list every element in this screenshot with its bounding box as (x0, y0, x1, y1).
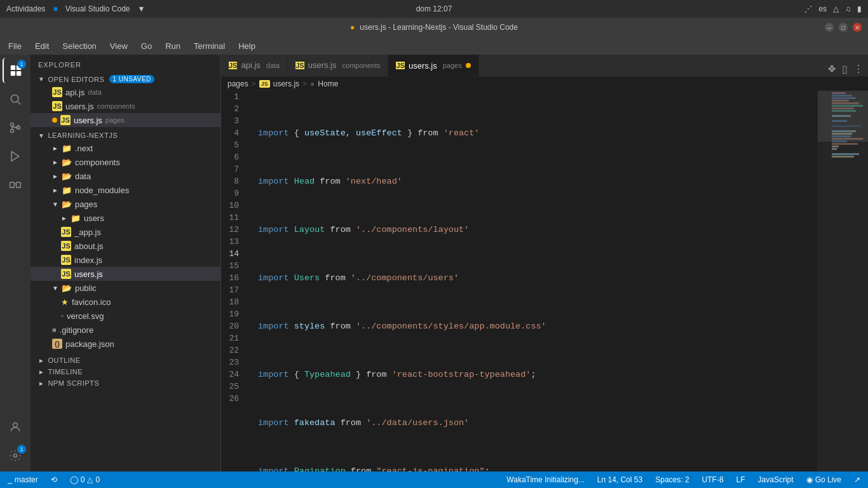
ln-9: 9 (221, 187, 245, 200)
menu-edit[interactable]: Edit (30, 39, 54, 53)
more-actions-button[interactable]: ⋮ (852, 62, 865, 76)
split-editor-button[interactable]: ❖ (826, 62, 837, 76)
ln-20: 20 (221, 320, 245, 332)
spaces-status[interactable]: Spaces: 2 (653, 471, 691, 488)
open-editors-header[interactable]: ▼ OPEN EDITORS 1 UNSAVED (31, 73, 220, 85)
tree-components[interactable]: ► 📂 components (31, 155, 220, 169)
pages-folder-icon: 📂 (62, 200, 72, 209)
project-section: ▼ LEARNING-NEXTJS ► 📁 .next ► 📂 componen… (31, 128, 220, 352)
go-live-icon: ◉ (806, 475, 813, 484)
ln-7: 7 (221, 163, 245, 175)
open-editor-users-components[interactable]: JS users.js components (31, 99, 220, 113)
errors-count: 0 (81, 475, 85, 484)
line-ending-status[interactable]: LF (734, 471, 748, 488)
code-editor[interactable]: 1 2 3 4 5 6 7 8 9 10 11 12 13 14 15 16 1… (221, 91, 868, 471)
activities-label[interactable]: Actividades (6, 4, 45, 13)
tree-node-modules[interactable]: ► 📁 node_modules (31, 183, 220, 197)
svg-icon: ▫ (61, 312, 64, 320)
code-content[interactable]: import { useState, useEffect } from 'rea… (252, 91, 817, 471)
svg-marker-9 (11, 152, 19, 161)
tree-public[interactable]: ▼ 📂 public (31, 281, 220, 295)
menu-terminal[interactable]: Terminal (189, 39, 230, 53)
activity-extensions[interactable] (3, 172, 28, 198)
tree-favicon[interactable]: ★ favicon.ico (31, 295, 220, 309)
tree-users-folder[interactable]: ► 📁 users (31, 211, 220, 225)
minimize-button[interactable]: – (825, 23, 834, 32)
wakatime-status[interactable]: WakaTime Initializing... (504, 471, 587, 488)
tree-app-js[interactable]: JS _app.js (31, 225, 220, 239)
close-button[interactable]: ✕ (853, 23, 862, 32)
ln-21: 21 (221, 332, 245, 344)
menu-file[interactable]: File (3, 39, 27, 53)
tree-data[interactable]: ► 📂 data (31, 169, 220, 183)
vercel-svg-label: vercel.svg (67, 311, 104, 321)
gitignore-label: .gitignore (60, 325, 93, 335)
tree-about-js[interactable]: JS about.js (31, 239, 220, 253)
tab-api-folder: data (266, 62, 280, 69)
breadcrumb-home[interactable]: Home (318, 79, 338, 88)
public-arrow: ▼ (52, 285, 58, 292)
menu-help[interactable]: Help (233, 39, 261, 53)
spaces-label: Spaces: 2 (655, 475, 689, 484)
menu-run[interactable]: Run (160, 39, 186, 53)
activity-accounts[interactable] (3, 414, 28, 440)
activity-source-control[interactable] (3, 115, 28, 140)
tab-users-pages[interactable]: JS users.js pages (388, 55, 478, 76)
js-file-icon: JS (52, 87, 62, 97)
timeline-header[interactable]: ► TIMELINE (31, 366, 220, 377)
position-status[interactable]: Ln 14, Col 53 (595, 471, 645, 488)
broadcast-status[interactable]: ↗ (851, 471, 863, 488)
app-name-label: Visual Studio Code (65, 4, 130, 13)
open-editor-users-pages[interactable]: JS users.js pages (31, 113, 220, 127)
code-line-8: import Pagination from "react-js-paginat… (258, 465, 817, 471)
nm-label: node_modules (75, 186, 129, 195)
tree-package-json[interactable]: {} package.json (31, 337, 220, 351)
ln-11: 11 (221, 212, 245, 224)
tab-users-comp[interactable]: JS users.js components (288, 55, 388, 76)
activity-search[interactable] (3, 86, 28, 112)
breadcrumb-users-js[interactable]: users.js (273, 79, 299, 88)
tree-gitignore[interactable]: ■ .gitignore (31, 323, 220, 337)
code-line-4: import Users from '../components/users' (258, 272, 817, 284)
tree-index-js[interactable]: JS index.js (31, 253, 220, 267)
tree-pages[interactable]: ▼ 📂 pages (31, 197, 220, 211)
menu-selection[interactable]: Selection (57, 39, 101, 53)
toggle-sidebar-button[interactable]: ▯ (841, 62, 849, 76)
ln-17: 17 (221, 284, 245, 296)
restore-button[interactable]: □ (839, 23, 848, 32)
project-arrow: ▼ (38, 132, 44, 139)
activity-settings[interactable]: 1 (3, 443, 28, 468)
tree-vercel-svg[interactable]: ▫ vercel.svg (31, 309, 220, 323)
errors-status[interactable]: ◯ 0 △ 0 (67, 471, 102, 488)
ln-4: 4 (221, 127, 245, 139)
go-live-status[interactable]: ◉ Go Live (804, 471, 844, 488)
project-header[interactable]: ▼ LEARNING-NEXTJS (31, 130, 220, 141)
encoding-status[interactable]: UTF-8 (700, 471, 726, 488)
menu-go[interactable]: Go (136, 39, 157, 53)
index-js-label: index.js (74, 255, 102, 265)
activity-run[interactable] (3, 144, 28, 169)
svg-point-7 (11, 130, 14, 133)
ln-1: 1 (221, 91, 245, 103)
breadcrumb-pages[interactable]: pages (227, 79, 248, 88)
menu-view[interactable]: View (105, 39, 133, 53)
app-js-icon: JS (61, 227, 71, 237)
tree-next[interactable]: ► 📁 .next (31, 141, 220, 155)
outline-header[interactable]: ► OUTLINE (31, 355, 220, 366)
open-editor-users-comp-name: users.js (65, 102, 94, 111)
ln-10: 10 (221, 200, 245, 212)
language-status[interactable]: JavaScript (756, 471, 796, 488)
tab-api[interactable]: JS api.js data (221, 55, 288, 76)
branch-status[interactable]: ⎯ master (5, 471, 41, 488)
sync-status[interactable]: ⟲ (48, 471, 60, 488)
npm-scripts-header[interactable]: ► NPM SCRIPTS (31, 377, 220, 389)
branch-icon: ⎯ (8, 475, 12, 484)
status-bar: ⎯ master ⟲ ◯ 0 △ 0 WakaTime Initializing… (0, 471, 868, 488)
tab-api-label: api.js (241, 60, 260, 70)
open-editor-api[interactable]: JS api.js data (31, 85, 220, 99)
unsaved-dot-icon (52, 118, 57, 123)
tree-users-js[interactable]: JS users.js (31, 267, 220, 281)
public-folder-icon: 📂 (62, 283, 72, 293)
language-label: JavaScript (758, 475, 794, 484)
activity-explorer[interactable]: 1 (3, 58, 28, 83)
